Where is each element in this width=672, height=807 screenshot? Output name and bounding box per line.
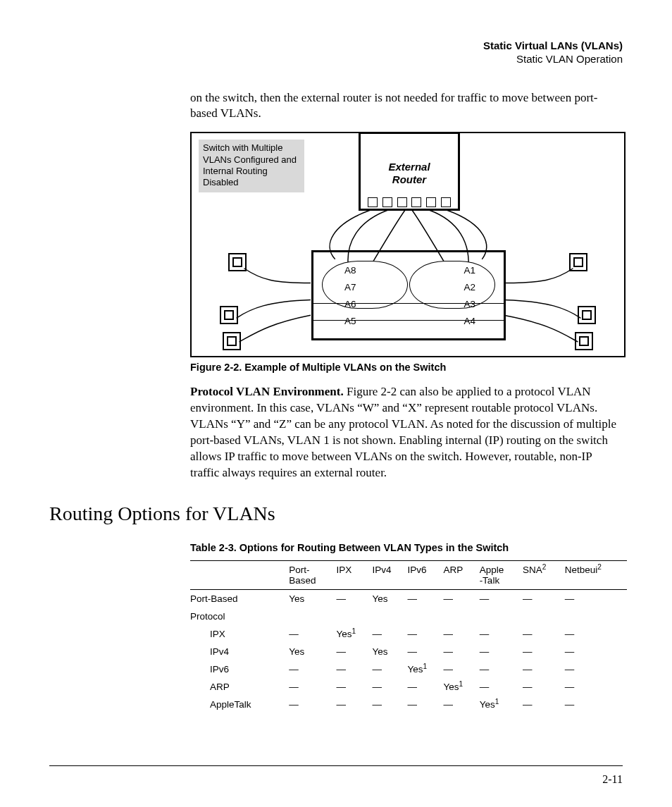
table-cell: — — [565, 678, 627, 696]
port-label: A1 — [463, 262, 475, 279]
router-port-icon — [441, 197, 451, 207]
running-header-subtitle: Static VLAN Operation — [49, 53, 623, 66]
row-label: IPX — [190, 625, 289, 643]
table-cell: — — [443, 696, 479, 713]
table-cell — [565, 608, 627, 625]
table-cell: — — [443, 590, 479, 608]
table-cell — [523, 608, 565, 625]
row-label: Port-Based — [190, 590, 289, 608]
switch-ports-right: A1 A2 A3 A4 — [463, 262, 475, 330]
table-cell — [372, 608, 407, 625]
table-cell: — — [523, 660, 565, 678]
table-cell: — — [407, 625, 443, 643]
table-header: Port- Based — [289, 561, 336, 590]
switch-ports-left: A8 A7 A6 A5 — [344, 262, 356, 330]
table-header: IPv6 — [407, 561, 443, 590]
table-cell: — — [443, 625, 479, 643]
table-cell — [336, 608, 372, 625]
table-cell: — — [523, 696, 565, 713]
running-header: Static Virtual LANs (VLANs) Static VLAN … — [49, 39, 623, 66]
table-cell: — — [336, 678, 372, 696]
workstation-icon — [228, 253, 247, 271]
table-row: IPv6———Yes1———— — [190, 660, 627, 678]
table-cell: — — [289, 696, 336, 713]
table-cell: — — [565, 590, 627, 608]
workstation-icon — [223, 332, 241, 350]
external-router-box: External Router — [359, 132, 460, 211]
router-port-icon — [397, 197, 407, 207]
router-label-line1: External — [388, 161, 430, 173]
table-cell: — — [407, 696, 443, 713]
vlan-group-left-icon — [322, 261, 408, 309]
table-cell: — — [523, 625, 565, 643]
table-cell: — — [480, 643, 523, 660]
port-label: A3 — [463, 296, 475, 313]
table-cell: — — [336, 660, 372, 678]
table-row: IPv4Yes—Yes————— — [190, 643, 627, 660]
table-row: ARP————Yes1——— — [190, 678, 627, 696]
table-cell — [480, 608, 523, 625]
row-label: ARP — [190, 678, 289, 696]
protocol-body: Figure 2-2 can also be applied to a prot… — [190, 385, 616, 479]
row-label: Protocol — [190, 608, 289, 625]
table-cell: — — [289, 660, 336, 678]
table-cell: Yes — [289, 643, 336, 660]
table-cell: — — [407, 678, 443, 696]
protocol-paragraph: Protocol VLAN Environment. Figure 2-2 ca… — [190, 384, 623, 481]
router-label-line2: Router — [392, 173, 426, 185]
table-cell: Yes — [372, 643, 407, 660]
table-cell — [289, 608, 336, 625]
table-row: Protocol — [190, 608, 627, 625]
workstation-icon — [578, 306, 596, 324]
table-cell: — — [523, 590, 565, 608]
table-cell: — — [480, 590, 523, 608]
port-label: A6 — [344, 296, 356, 313]
router-port-icon — [368, 197, 378, 207]
table-header: ARP — [443, 561, 479, 590]
table-cell — [407, 608, 443, 625]
table-cell: — — [372, 678, 407, 696]
table-header: Apple -Talk — [480, 561, 523, 590]
row-label: IPv4 — [190, 643, 289, 660]
footer-rule — [49, 765, 623, 766]
table-cell: Yes1 — [443, 678, 479, 696]
table-header: SNA2 — [523, 561, 565, 590]
table-cell: — — [480, 625, 523, 643]
table-cell: Yes — [289, 590, 336, 608]
workstation-icon — [575, 332, 593, 350]
table-cell: — — [336, 643, 372, 660]
table-cell: — — [565, 696, 627, 713]
port-label: A2 — [463, 279, 475, 296]
router-port-icon — [426, 197, 436, 207]
table-cell: Yes — [372, 590, 407, 608]
table-row: AppleTalk—————Yes1—— — [190, 696, 627, 713]
figure-annotation: Switch with Multiple VLANs Configured an… — [199, 140, 304, 192]
table-header: IPX — [336, 561, 372, 590]
table-header: Netbeui2 — [565, 561, 627, 590]
table-cell: Yes1 — [480, 696, 523, 713]
table-cell: — — [523, 643, 565, 660]
port-label: A4 — [463, 313, 475, 330]
table-cell: — — [289, 678, 336, 696]
intro-paragraph: on the switch, then the external router … — [190, 90, 623, 123]
table-cell: — — [407, 643, 443, 660]
switch-box: A8 A7 A6 A5 A1 A2 A3 A4 — [311, 250, 506, 340]
workstation-icon — [220, 306, 238, 324]
table-row: IPX—Yes1—————— — [190, 625, 627, 643]
table-cell — [443, 608, 479, 625]
table-cell: — — [480, 660, 523, 678]
table-cell: — — [407, 590, 443, 608]
vlan-group-right-icon — [409, 261, 495, 309]
figure-caption: Figure 2-2. Example of Multiple VLANs on… — [190, 362, 623, 373]
table-cell: — — [443, 643, 479, 660]
external-router-label: External Router — [361, 161, 458, 185]
table-cell: — — [443, 660, 479, 678]
table-cell: — — [372, 660, 407, 678]
router-port-icon — [382, 197, 392, 207]
table-header — [190, 561, 289, 590]
table-header: IPv4 — [372, 561, 407, 590]
table-cell: Yes1 — [407, 660, 443, 678]
table-cell: — — [289, 625, 336, 643]
table-cell: — — [565, 643, 627, 660]
table-cell: — — [523, 678, 565, 696]
